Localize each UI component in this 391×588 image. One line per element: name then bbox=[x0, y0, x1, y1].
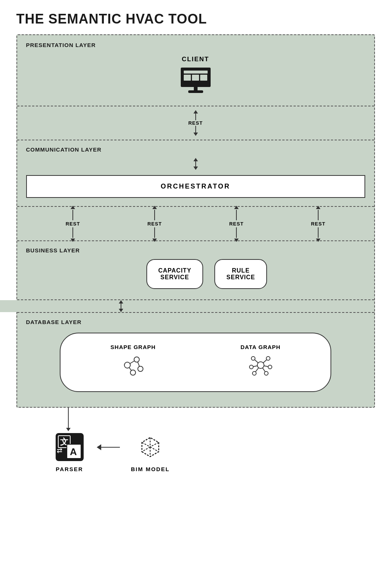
monitor-icon bbox=[179, 67, 212, 94]
svg-point-24 bbox=[268, 365, 272, 369]
svg-point-25 bbox=[264, 371, 268, 375]
svg-rect-3 bbox=[184, 75, 191, 81]
rest-text-4: REST bbox=[311, 221, 326, 227]
services-row: CAPACITYSERVICE RULESERVICE bbox=[26, 259, 365, 289]
rest-arrow-1: REST bbox=[32, 206, 114, 242]
client-section: CLIENT bbox=[26, 52, 365, 97]
rule-service-box: RULESERVICE bbox=[214, 259, 267, 289]
rest-arrow-4: REST bbox=[277, 206, 359, 242]
shape-graph-item: SHAPE GRAPH bbox=[111, 344, 156, 376]
svg-rect-2 bbox=[184, 71, 208, 74]
parser-item: 文 A ⇄ PARSER bbox=[54, 431, 86, 472]
capacity-service-label: CAPACITYSERVICE bbox=[158, 267, 192, 280]
orchestrator-label: ORCHESTRATOR bbox=[161, 183, 230, 190]
svg-point-12 bbox=[134, 357, 139, 362]
rest-arrow-pres-comm: REST bbox=[17, 106, 374, 140]
svg-rect-6 bbox=[194, 87, 198, 91]
svg-line-37 bbox=[150, 442, 159, 447]
rest-label-1: REST bbox=[188, 120, 203, 126]
rule-service-label: RULESERVICE bbox=[226, 267, 255, 280]
parser-label: PARSER bbox=[56, 466, 83, 472]
communication-layer-label: COMMUNICATION LAYER bbox=[26, 146, 365, 153]
bottom-section: 文 A ⇄ PARSER bbox=[16, 408, 375, 472]
rest-text-2: REST bbox=[148, 221, 162, 227]
arrow-up-small bbox=[193, 158, 198, 161]
left-arrow-tip bbox=[97, 444, 101, 450]
comm-inner-arrow bbox=[26, 156, 365, 171]
svg-point-27 bbox=[249, 365, 253, 369]
bim-label: BIM MODEL bbox=[131, 466, 170, 472]
svg-text:⇄: ⇄ bbox=[57, 447, 62, 454]
shape-graph-icon bbox=[120, 354, 146, 376]
arrow-up-tip bbox=[193, 110, 198, 113]
business-db-arrow bbox=[0, 300, 300, 312]
db-bottom-arrow-tip bbox=[66, 428, 71, 431]
orchestrator-box: ORCHESTRATOR bbox=[26, 175, 365, 198]
parser-bim-row: 文 A ⇄ PARSER bbox=[54, 431, 170, 472]
svg-line-40 bbox=[150, 447, 159, 452]
rest-text-3: REST bbox=[229, 221, 244, 227]
svg-point-26 bbox=[252, 371, 256, 375]
rest-text-1: REST bbox=[66, 221, 80, 227]
svg-rect-7 bbox=[188, 90, 203, 93]
svg-text:A: A bbox=[70, 446, 77, 457]
rest-arrow-3: REST bbox=[196, 206, 277, 242]
svg-point-14 bbox=[130, 370, 136, 375]
rest-arrow-2: REST bbox=[114, 206, 196, 242]
shape-graph-label: SHAPE GRAPH bbox=[111, 344, 156, 350]
db-bottom-arrow-line bbox=[68, 408, 69, 428]
arrow-down-small bbox=[193, 167, 198, 170]
client-label: CLIENT bbox=[182, 56, 209, 63]
business-layer-label: BUSINESS LAYER bbox=[26, 247, 365, 253]
bim-icon bbox=[134, 431, 166, 463]
svg-point-13 bbox=[138, 366, 143, 371]
svg-line-36 bbox=[142, 442, 150, 447]
page-title: THE SEMANTIC HVAC TOOL bbox=[16, 11, 375, 27]
parser-icon: 文 A ⇄ bbox=[54, 431, 86, 463]
rest-arrows-row: REST REST REST bbox=[17, 207, 374, 240]
communication-layer: COMMUNICATION LAYER ORCHESTRATOR bbox=[17, 140, 374, 207]
arrow-line-2 bbox=[195, 126, 196, 133]
capacity-service-box: CAPACITYSERVICE bbox=[146, 259, 204, 289]
svg-point-23 bbox=[266, 357, 270, 360]
business-layer: BUSINESS LAYER CAPACITYSERVICE RULESERVI… bbox=[17, 240, 374, 300]
database-cylinder: SHAPE GRAPH bbox=[60, 333, 331, 392]
data-graph-label: DATA GRAPH bbox=[241, 344, 280, 350]
data-graph-item: DATA GRAPH bbox=[241, 344, 280, 376]
presentation-layer-label: PRESENTATION LAYER bbox=[26, 42, 365, 48]
arrow-line bbox=[195, 113, 196, 120]
svg-line-39 bbox=[142, 447, 150, 452]
svg-rect-5 bbox=[200, 75, 207, 81]
presentation-layer: PRESENTATION LAYER CLIENT bbox=[17, 35, 374, 106]
database-layer: DATABASE LAYER SHAPE GRAPH bbox=[17, 312, 374, 407]
data-graph-icon bbox=[248, 354, 274, 376]
svg-point-11 bbox=[124, 362, 130, 368]
svg-rect-4 bbox=[192, 75, 199, 81]
arrow-line-horiz bbox=[101, 447, 120, 448]
bim-item: BIM MODEL bbox=[131, 431, 170, 472]
svg-point-21 bbox=[257, 362, 264, 368]
svg-point-22 bbox=[251, 357, 255, 360]
database-layer-label: DATABASE LAYER bbox=[26, 319, 365, 325]
db-graphs-row: SHAPE GRAPH bbox=[72, 344, 319, 376]
arrow-down-tip bbox=[193, 133, 198, 136]
bim-to-parser-arrow bbox=[97, 444, 120, 450]
